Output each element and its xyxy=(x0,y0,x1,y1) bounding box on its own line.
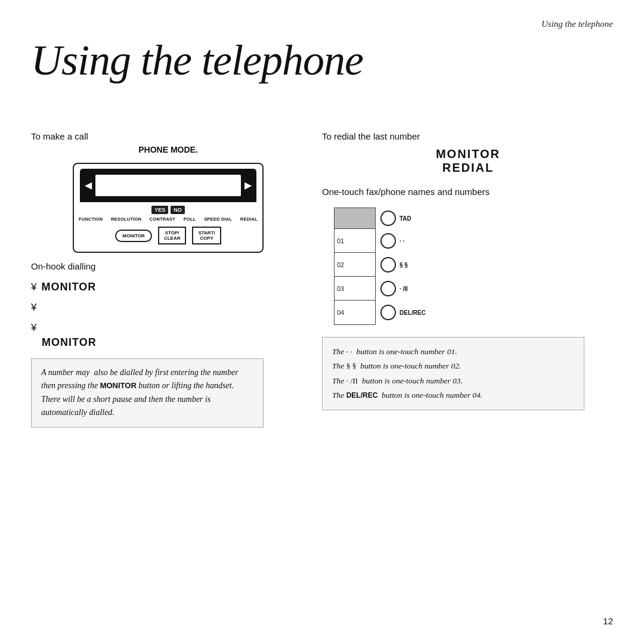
stop-clear-button: STOP/CLEAR xyxy=(158,227,187,244)
btn-label-03: · /II xyxy=(400,286,408,292)
step-2: ¥ xyxy=(31,302,305,314)
fax-function-labels: FUNCTION RESOLUTION CONTRAST POLL SPEED … xyxy=(74,215,262,223)
panel-num-01: 01 xyxy=(335,237,346,244)
panel-num-03: 03 xyxy=(335,285,346,292)
yen-symbol-1: ¥ xyxy=(31,281,36,293)
one-touch-label: One-touch fax/phone names and numbers xyxy=(322,187,614,197)
btn-row-02: § § xyxy=(376,253,426,277)
step-1: ¥ MONITOR xyxy=(31,281,305,293)
fax-display-bar: ◀ ▶ xyxy=(80,169,256,202)
speed-dial-label: SPEED DIAL xyxy=(204,216,232,222)
monitor-step-1: MONITOR xyxy=(41,281,96,293)
panel-row-02: 02 xyxy=(335,253,375,277)
left-arrow-icon: ◀ xyxy=(85,181,92,190)
note-box: A number may also be dialled by first en… xyxy=(31,358,264,428)
info-line-4: The DEL/REC button is one-touch number 0… xyxy=(332,388,574,402)
function-label: FUNCTION xyxy=(79,216,103,222)
fax-yes-no-row: YES NO xyxy=(74,202,262,215)
panel-num-04: 04 xyxy=(335,309,346,316)
page-title: Using the telephone xyxy=(31,36,363,85)
btn-row-03: · /II xyxy=(376,277,426,301)
redial-big-label: REDIAL xyxy=(322,161,614,175)
fax-action-buttons: MONITOR STOP/CLEAR START/COPY xyxy=(74,223,262,252)
tad-label: TAD xyxy=(400,215,411,222)
redial-label-small: REDIAL xyxy=(240,216,258,222)
fax-screen xyxy=(95,175,241,196)
circle-btn-04 xyxy=(380,305,396,320)
circle-btn-02 xyxy=(380,257,396,273)
tad-circle-btn xyxy=(380,210,396,226)
circle-btn-01 xyxy=(380,233,396,249)
monitor-step-3: MONITOR xyxy=(42,336,97,348)
btn-row-04: DEL/REC xyxy=(376,301,426,324)
make-call-label: To make a call xyxy=(31,131,305,141)
circle-btn-03 xyxy=(380,281,396,296)
right-column: To redial the last number MONITOR REDIAL… xyxy=(322,131,614,410)
panel-row-04: 04 xyxy=(335,301,375,324)
panel-number-column: 01 02 03 04 xyxy=(334,208,376,325)
left-column: To make a call PHONE MODE. ◀ ▶ YES NO FU… xyxy=(31,131,305,428)
panel-row-01: 01 xyxy=(335,229,375,253)
yen-symbol-2: ¥ xyxy=(31,302,36,314)
btn-label-02: § § xyxy=(400,262,408,268)
info-line-1: The · · button is one-touch number 01. xyxy=(332,345,574,359)
note-monitor-ref: MONITOR xyxy=(100,381,137,390)
btn-row-01: · · xyxy=(376,229,426,253)
btn-label-04: DEL/REC xyxy=(400,309,426,316)
panel-row-03: 03 xyxy=(335,277,375,301)
redial-label: To redial the last number xyxy=(322,131,614,141)
phone-mode-label: PHONE MODE. xyxy=(31,145,305,154)
right-arrow-icon: ▶ xyxy=(244,181,252,190)
yen-symbol-3: ¥ xyxy=(31,322,36,334)
yes-button: YES xyxy=(151,206,168,214)
info-box: The · · button is one-touch number 01. T… xyxy=(322,337,584,410)
monitor-button: MONITOR xyxy=(115,230,152,242)
contrast-label: CONTRAST xyxy=(150,216,175,222)
step-3: ¥ xyxy=(31,322,305,334)
on-hook-label: On-hook dialling xyxy=(31,261,305,271)
one-touch-panel: 01 02 03 04 TAD xyxy=(334,208,614,325)
info-line-3: The · /II button is one-touch number 03. xyxy=(332,374,574,388)
btn-label-01: · · xyxy=(400,238,404,244)
monitor-redial-block: MONITOR REDIAL xyxy=(322,147,614,175)
page-number: 12 xyxy=(603,616,613,626)
resolution-label: RESOLUTION xyxy=(111,216,141,222)
panel-button-column: TAD · · § § · /II DEL/REC xyxy=(376,208,426,325)
info-line-2: The § § button is one-touch number 02. xyxy=(332,359,574,373)
start-copy-button: START/COPY xyxy=(192,227,221,244)
panel-top-gray xyxy=(334,208,376,229)
panel-rows-wrapper: 01 02 03 04 xyxy=(334,229,376,325)
fax-diagram: ◀ ▶ YES NO FUNCTION RESOLUTION CONTRAST … xyxy=(73,163,264,253)
yes-no-group: YES NO xyxy=(151,206,185,214)
del-rec-ref: DEL/REC xyxy=(346,391,378,400)
monitor-big-label: MONITOR xyxy=(322,147,614,161)
panel-num-02: 02 xyxy=(335,261,346,268)
tad-row: TAD xyxy=(376,208,426,229)
header-italic-label: Using the telephone xyxy=(541,19,613,29)
poll-label: POLL xyxy=(184,216,196,222)
no-button: NO xyxy=(171,206,185,214)
